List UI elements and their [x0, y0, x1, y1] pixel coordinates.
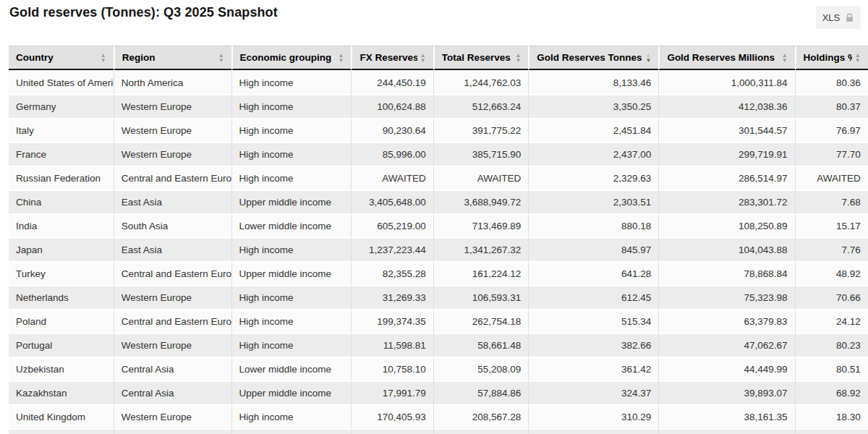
cell-gold-reserves-tonnes: 2,303.51 [528, 190, 658, 213]
cell-gold-reserves-tonnes: 845.97 [528, 237, 658, 261]
column-label-gold-reserves-tonnes: Gold Reserves Tonnes [537, 52, 642, 63]
cell-holdings-pct: 77.70 [795, 142, 868, 166]
cell-economic-grouping: Upper middle income [231, 190, 352, 213]
xls-export-button[interactable]: XLS [816, 6, 861, 29]
table-row: UzbekistanCentral AsiaLower middle incom… [9, 357, 868, 380]
cell-holdings-pct: 76.97 [795, 118, 868, 142]
cell-holdings-pct: 7.76 [795, 237, 868, 261]
cell-region: Western Europe [114, 142, 231, 166]
table-row: JapanEast AsiaHigh income1,237,223.441,3… [9, 237, 868, 261]
cell-holdings-pct: 48.92 [795, 261, 868, 285]
cell-total-reserves: 106,593.31 [433, 285, 529, 309]
cell-fx-reserves: 3,405,648.00 [351, 190, 433, 213]
cell-gold-reserves-millions: 38,161.35 [658, 404, 794, 428]
cell-region: North America [114, 70, 231, 94]
cell-country: Netherlands [9, 285, 114, 309]
cell-region: South Asia [114, 213, 231, 237]
column-label-country: Country [16, 52, 54, 63]
cell-total-reserves: 1,341,267.32 [433, 237, 529, 261]
column-header-total-reserves[interactable]: Total Reserves▲▼ [433, 46, 529, 70]
cell-fx-reserves: 100,624.88 [351, 94, 433, 118]
cell-economic-grouping: High income [231, 166, 352, 190]
cell-country: Portugal [9, 333, 114, 357]
cell-total-reserves: 385,715.90 [433, 142, 529, 166]
column-label-total-reserves: Total Reserves [442, 52, 511, 63]
header-row: Country▲▼Region▲▼Economic grouping▲▼FX R… [9, 46, 868, 70]
cell-country: Japan [9, 237, 114, 261]
table-row: Russian FederationCentral and Eastern Eu… [9, 166, 868, 190]
cell-total-reserves: 1,244,762.03 [433, 70, 529, 94]
cell-gold-reserves-millions: 283,301.72 [658, 190, 794, 213]
cell-gold-reserves-tonnes: 641.28 [528, 261, 658, 285]
cell-total-reserves: 713,469.89 [433, 213, 529, 237]
cell-holdings-pct: 80.36 [795, 70, 868, 94]
cell-country: United Kingdom [9, 404, 114, 428]
cell-gold-reserves-tonnes: 3,350.25 [528, 94, 658, 118]
sort-icon: ▲▼ [645, 53, 651, 63]
cell-fx-reserves: 31,269.33 [351, 285, 433, 309]
column-label-gold-reserves-millions: Gold Reserves Millions [667, 52, 775, 63]
cell-economic-grouping: High income [231, 309, 352, 333]
cell-region: Central Asia [114, 357, 231, 380]
cell-gold-reserves-tonnes: 2,329.63 [528, 166, 658, 190]
column-label-holdings-pct: Holdings % [804, 52, 852, 63]
cell-country: Kazakhstan [9, 380, 114, 404]
cell-total-reserves: 391,775.22 [433, 118, 529, 142]
cell-region: Central and Eastern Europe [114, 309, 231, 333]
table-row: NetherlandsWestern EuropeHigh income31,2… [9, 285, 868, 309]
cell-gold-reserves-millions: 63,379.83 [658, 309, 794, 333]
cell-holdings-pct: 24.12 [795, 309, 868, 333]
cell-gold-reserves-millions: 299,719.91 [658, 142, 794, 166]
cell-fx-reserves: 85,996.00 [351, 142, 433, 166]
table-header: Country▲▼Region▲▼Economic grouping▲▼FX R… [9, 46, 868, 70]
cell-economic-grouping: High income [231, 333, 352, 357]
table-row: IndiaSouth AsiaLower middle income605,21… [9, 213, 868, 237]
column-header-region[interactable]: Region▲▼ [114, 46, 231, 70]
column-header-economic-grouping[interactable]: Economic grouping▲▼ [231, 46, 352, 70]
table-row: ChinaEast AsiaUpper middle income3,405,6… [9, 190, 868, 213]
cell-total-reserves: 3,688,949.72 [433, 190, 529, 213]
cell-economic-grouping: High income [231, 70, 352, 94]
cell-fx-reserves: 82,355.28 [351, 261, 433, 285]
cell-country: Turkey [9, 261, 114, 285]
cell-gold-reserves-millions: 301,544.57 [658, 118, 794, 142]
column-label-fx-reserves: FX Reserves [359, 52, 417, 63]
cell-region: Central Asia [114, 380, 231, 404]
cell-country: Russian Federation [9, 166, 114, 190]
cell-total-reserves: AWAITED [433, 166, 529, 190]
table-row: PolandCentral and Eastern EuropeHigh inc… [9, 309, 868, 333]
cell-total-reserves: 58,661.48 [433, 333, 529, 357]
cell-total-reserves: 161,224.12 [433, 261, 529, 285]
cell-economic-grouping: Lower middle income [231, 357, 352, 380]
cell-economic-grouping [231, 428, 352, 434]
cell-holdings-pct: 70.66 [795, 285, 868, 309]
column-label-region: Region [122, 52, 156, 63]
column-header-gold-reserves-tonnes[interactable]: Gold Reserves Tonnes▲▼ [528, 46, 658, 70]
cell-fx-reserves [351, 428, 433, 434]
cell-fx-reserves: 199,374.35 [351, 309, 433, 333]
cell-gold-reserves-millions: 78,868.84 [658, 261, 794, 285]
cell-fx-reserves: 11,598.81 [351, 333, 433, 357]
cell-gold-reserves-millions: 47,062.67 [658, 333, 794, 357]
cell-gold-reserves-millions: 75,323.98 [658, 285, 794, 309]
cell-gold-reserves-millions: 1,000,311.84 [658, 70, 794, 94]
cell-economic-grouping: Lower middle income [231, 213, 352, 237]
table-row-partial [9, 428, 868, 434]
column-header-gold-reserves-millions[interactable]: Gold Reserves Millions▲▼ [658, 46, 794, 70]
cell-economic-grouping: High income [231, 404, 352, 428]
cell-country: Uzbekistan [9, 357, 114, 380]
cell-gold-reserves-millions: 44,449.99 [658, 357, 794, 380]
table-row: GermanyWestern EuropeHigh income100,624.… [9, 94, 868, 118]
cell-fx-reserves: 1,237,223.44 [351, 237, 433, 261]
cell-fx-reserves: 90,230.64 [351, 118, 433, 142]
sort-icon: ▲▼ [420, 53, 426, 63]
column-header-fx-reserves[interactable]: FX Reserves▲▼ [351, 46, 433, 70]
cell-gold-reserves-millions: 412,038.36 [658, 94, 794, 118]
column-header-country[interactable]: Country▲▼ [9, 46, 114, 70]
cell-gold-reserves-tonnes: 2,451.84 [528, 118, 658, 142]
cell-gold-reserves-millions [658, 428, 794, 434]
cell-region: Western Europe [114, 285, 231, 309]
cell-fx-reserves: AWAITED [351, 166, 433, 190]
page-title: Gold reserves (Tonnes): Q3 2025 Snapshot [9, 5, 278, 20]
column-header-holdings-pct[interactable]: Holdings %▲▼ [795, 46, 868, 70]
